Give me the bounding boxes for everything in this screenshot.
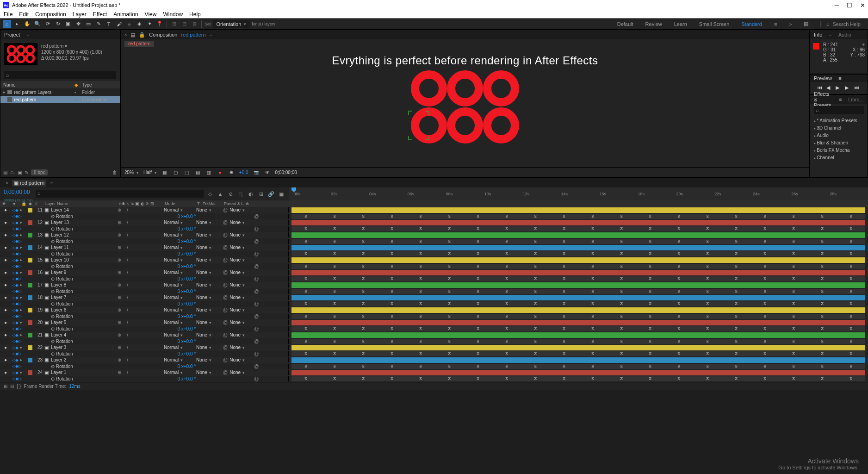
keyframe-nav-icon[interactable]: ◁◆▷ bbox=[11, 339, 19, 343]
roi-icon[interactable]: ⬚ bbox=[184, 169, 190, 176]
layer-switches[interactable]: ⊕ / bbox=[117, 357, 163, 362]
keyframe-nav-icon[interactable]: ◁◆ bbox=[11, 258, 19, 262]
keyframes-track[interactable]: ⧖⧖⧖⧖⧖⧖⧖⧖⧖⧖⧖⧖⧖⧖⧖⧖⧖⧖⧖⧖ bbox=[291, 251, 865, 257]
parent-dropdown[interactable]: @None▾ bbox=[222, 357, 257, 362]
twirl-icon[interactable]: ▸ bbox=[19, 333, 27, 337]
property-value[interactable]: 0 x+0.0 ° bbox=[176, 289, 227, 294]
brackets-icon[interactable]: { } bbox=[17, 384, 21, 389]
menu-effect[interactable]: Effect bbox=[93, 11, 107, 18]
effect-category[interactable]: 3D Channel bbox=[814, 125, 864, 132]
visibility-icon[interactable]: ● bbox=[0, 207, 11, 212]
twirl-icon[interactable]: ▸ bbox=[19, 358, 27, 362]
layer-name[interactable]: Layer 2 bbox=[50, 357, 117, 362]
label-color[interactable] bbox=[28, 270, 32, 275]
menu-file[interactable]: File bbox=[4, 11, 12, 18]
pickwhip-icon[interactable]: @ bbox=[254, 351, 259, 356]
play-icon[interactable]: ▶ bbox=[836, 85, 842, 91]
effect-category[interactable]: Blur & Sharpen bbox=[814, 139, 864, 147]
layer-name[interactable]: Layer 8 bbox=[50, 282, 117, 287]
visibility-icon[interactable]: ● bbox=[0, 332, 11, 337]
layer-row[interactable]: ●◁◆▸14▣Layer 11⊕ /Normal▾None▾@None▾ bbox=[0, 244, 868, 251]
property-row[interactable]: ◁◆▷⊙ Rotation0 x+0.0 °@⧖⧖⧖⧖⧖⧖⧖⧖⧖⧖⧖⧖⧖⧖⧖⧖⧖… bbox=[0, 251, 868, 257]
keyframe-nav-icon[interactable]: ◁◆ bbox=[11, 345, 19, 350]
effect-category[interactable]: Channel bbox=[814, 154, 864, 162]
keyframe-nav-icon[interactable]: ◁◆ bbox=[11, 370, 19, 375]
keyframe-nav-icon[interactable]: ◁◆▷ bbox=[11, 226, 19, 231]
rotate-tool-icon[interactable]: ↻ bbox=[54, 20, 62, 28]
keyframe-nav-icon[interactable]: ◁◆ bbox=[11, 233, 19, 237]
blend-mode-dropdown[interactable]: Normal▾ bbox=[163, 232, 195, 237]
visibility-icon[interactable]: ● bbox=[0, 232, 11, 237]
workspace-learn[interactable]: Learn bbox=[674, 21, 687, 27]
graph-editor-icon[interactable]: ⊞ bbox=[257, 191, 265, 197]
property-row[interactable]: ◁◆▷⊙ Rotation0 x+0.0 °@⧖⧖⧖⧖⧖⧖⧖⧖⧖⧖⧖⧖⧖⧖⧖⧖⧖… bbox=[0, 213, 868, 220]
blend-mode-dropdown[interactable]: Normal▾ bbox=[163, 257, 195, 262]
axis-local-icon[interactable]: ⊞ bbox=[170, 20, 178, 28]
property-name[interactable]: ⊙ Rotation bbox=[50, 314, 177, 319]
keyframes-track[interactable]: ⧖⧖⧖⧖⧖⧖⧖⧖⧖⧖⧖⧖⧖⧖⧖⧖⧖⧖⧖⧖ bbox=[291, 226, 865, 232]
visibility-icon[interactable]: ● bbox=[0, 220, 11, 225]
layer-switches[interactable]: ⊕ / bbox=[117, 245, 163, 250]
keyframes-track[interactable]: ⧖⧖⧖⧖⧖⧖⧖⧖⧖⧖⧖⧖⧖⧖⧖⧖⧖⧖⧖⧖ bbox=[291, 326, 865, 332]
keyframes-track[interactable]: ⧖⧖⧖⧖⧖⧖⧖⧖⧖⧖⧖⧖⧖⧖⧖⧖⧖⧖⧖⧖ bbox=[291, 339, 865, 344]
layer-row[interactable]: ●◁◆▸21▣Layer 4⊕ /Normal▾None▾@None▾ bbox=[0, 332, 868, 338]
composition-tab[interactable]: Composition bbox=[149, 32, 177, 37]
property-value[interactable]: 0 x+0.0 ° bbox=[176, 314, 227, 319]
zoom-dropdown[interactable]: 25% bbox=[124, 170, 139, 175]
property-row[interactable]: ◁◆▷⊙ Rotation0 x+0.0 °@⧖⧖⧖⧖⧖⧖⧖⧖⧖⧖⧖⧖⧖⧖⧖⧖⧖… bbox=[0, 226, 868, 232]
effects-search-input[interactable]: ⌕ bbox=[814, 106, 864, 114]
visibility-icon[interactable]: ● bbox=[0, 270, 11, 275]
twirl-icon[interactable]: ▸ bbox=[19, 258, 27, 262]
property-name[interactable]: ⊙ Rotation bbox=[50, 251, 177, 256]
layer-switches[interactable]: ⊕ / bbox=[117, 282, 163, 287]
workspace-review[interactable]: Review bbox=[645, 21, 662, 27]
resolution-dropdown[interactable]: Half bbox=[143, 170, 157, 175]
draft3d-icon[interactable]: ▲ bbox=[217, 191, 224, 197]
zoom-tool-icon[interactable]: 🔍 bbox=[33, 20, 42, 28]
keyframe-nav-icon[interactable]: ◁◆ bbox=[11, 358, 19, 362]
keyframe-nav-icon[interactable]: ◁◆▷ bbox=[11, 251, 19, 256]
window-max-button[interactable]: ☐ bbox=[847, 2, 852, 9]
twirl-icon[interactable]: ▸ bbox=[19, 283, 27, 287]
twirl-icon[interactable]: ▸ bbox=[19, 370, 27, 374]
composition-link[interactable]: red pattern bbox=[181, 32, 205, 37]
orbit-tool-icon[interactable]: ⟳ bbox=[43, 20, 52, 28]
twirl-icon[interactable]: ▸ bbox=[19, 308, 27, 312]
keyframes-track[interactable]: ⧖⧖⧖⧖⧖⧖⧖⧖⧖⧖⧖⧖⧖⧖⧖⧖⧖⧖⧖⧖ bbox=[291, 214, 865, 219]
blend-mode-dropdown[interactable]: Normal▾ bbox=[163, 270, 195, 275]
track-matte-dropdown[interactable]: None▾ bbox=[195, 370, 222, 375]
property-name[interactable]: ⊙ Rotation bbox=[50, 289, 177, 294]
audio-tab[interactable]: Audio bbox=[838, 32, 851, 37]
label-color[interactable] bbox=[28, 370, 32, 375]
layer-name[interactable]: Layer 1 bbox=[50, 370, 117, 375]
effects-tab[interactable]: Effects & Presets bbox=[814, 91, 832, 108]
keyframes-track[interactable]: ⧖⧖⧖⧖⧖⧖⧖⧖⧖⧖⧖⧖⧖⧖⧖⧖⧖⧖⧖⧖ bbox=[291, 376, 865, 382]
new-folder-icon[interactable]: 🗀 bbox=[10, 170, 15, 175]
layer-switches[interactable]: ⊕ / bbox=[117, 370, 163, 375]
keyframes-track[interactable]: ⧖⧖⧖⧖⧖⧖⧖⧖⧖⧖⧖⧖⧖⧖⧖⧖⧖⧖⧖⧖ bbox=[291, 314, 865, 319]
prev-frame-icon[interactable]: ◀ bbox=[826, 85, 833, 91]
layer-panel-icon[interactable]: ▤ bbox=[130, 32, 135, 38]
label-color[interactable] bbox=[28, 208, 32, 212]
keyframe-nav-icon[interactable]: ◁◆ bbox=[11, 308, 19, 312]
parent-dropdown[interactable]: @None▾ bbox=[222, 257, 257, 262]
new-comp-icon[interactable]: ▣ bbox=[18, 170, 22, 175]
panel-menu-icon[interactable]: ≡ bbox=[839, 97, 842, 102]
menu-composition[interactable]: Composition bbox=[35, 11, 66, 18]
libraries-tab[interactable]: Libra... bbox=[848, 97, 864, 102]
puppet-tool-icon[interactable]: 📍 bbox=[155, 20, 164, 28]
axis-world-icon[interactable]: ⊟ bbox=[180, 20, 188, 28]
layer-switches[interactable]: ⊕ / bbox=[117, 270, 163, 275]
label-color[interactable] bbox=[28, 258, 32, 262]
menu-window[interactable]: Window bbox=[163, 11, 183, 18]
layer-row[interactable]: ●◁◆▸17▣Layer 8⊕ /Normal▾None▾@None▾ bbox=[0, 282, 868, 288]
visibility-icon[interactable]: ● bbox=[0, 295, 11, 300]
track-matte-dropdown[interactable]: None▾ bbox=[195, 295, 222, 300]
track-matte-dropdown[interactable]: None▾ bbox=[195, 282, 222, 287]
keyframe-nav-icon[interactable]: ◁◆▷ bbox=[11, 264, 19, 268]
info-tab[interactable]: Info bbox=[814, 32, 822, 37]
anchor-tool-icon[interactable]: ✥ bbox=[74, 20, 82, 28]
toggle-switches-icon[interactable]: ⊞ bbox=[4, 384, 7, 389]
workspace-small-screen[interactable]: Small Screen bbox=[699, 21, 729, 27]
property-value[interactable]: 0 x+0.0 ° bbox=[176, 301, 227, 306]
